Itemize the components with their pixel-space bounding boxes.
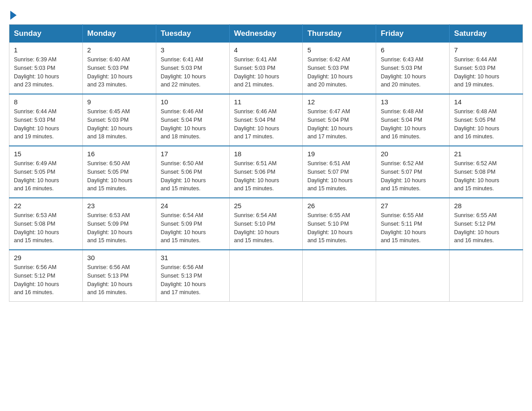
daylight-minutes: and 21 minutes.	[234, 81, 274, 88]
daylight-minutes: and 17 minutes.	[161, 289, 201, 295]
sunset-label: Sunset: 5:05 PM	[87, 169, 129, 175]
daylight-label: Daylight: 10 hours	[161, 177, 206, 184]
day-info: Sunrise: 6:45 AM Sunset: 5:03 PM Dayligh…	[87, 107, 151, 141]
day-number: 23	[87, 202, 151, 210]
week-row-2: 8 Sunrise: 6:44 AM Sunset: 5:03 PM Dayli…	[9, 94, 523, 146]
day-info: Sunrise: 6:49 AM Sunset: 5:05 PM Dayligh…	[14, 159, 78, 193]
day-number: 5	[307, 46, 371, 54]
day-cell: 7 Sunrise: 6:44 AM Sunset: 5:03 PM Dayli…	[450, 43, 523, 94]
day-info: Sunrise: 6:55 AM Sunset: 5:10 PM Dayligh…	[307, 211, 371, 245]
day-cell: 9 Sunrise: 6:45 AM Sunset: 5:03 PM Dayli…	[82, 94, 156, 146]
daylight-minutes: and 15 minutes.	[161, 185, 201, 192]
day-cell	[450, 250, 523, 302]
day-cell: 6 Sunrise: 6:43 AM Sunset: 5:03 PM Dayli…	[376, 43, 450, 94]
sunrise-label: Sunrise: 6:47 AM	[307, 108, 350, 115]
daylight-minutes: and 19 minutes.	[14, 133, 54, 140]
day-info: Sunrise: 6:52 AM Sunset: 5:08 PM Dayligh…	[454, 159, 518, 193]
daylight-label: Daylight: 10 hours	[14, 73, 59, 80]
sunset-label: Sunset: 5:04 PM	[381, 117, 422, 123]
day-cell: 23 Sunrise: 6:53 AM Sunset: 5:09 PM Dayl…	[82, 198, 156, 250]
sunset-label: Sunset: 5:06 PM	[161, 169, 202, 175]
day-cell: 13 Sunrise: 6:48 AM Sunset: 5:04 PM Dayl…	[376, 94, 450, 146]
sunrise-label: Sunrise: 6:41 AM	[161, 56, 203, 63]
daylight-label: Daylight: 10 hours	[454, 73, 499, 80]
week-row-3: 15 Sunrise: 6:49 AM Sunset: 5:05 PM Dayl…	[9, 146, 523, 198]
day-number: 13	[381, 98, 445, 106]
sunset-label: Sunset: 5:03 PM	[87, 117, 129, 123]
sunrise-label: Sunrise: 6:56 AM	[161, 264, 203, 270]
sunset-label: Sunset: 5:04 PM	[307, 117, 348, 123]
day-cell: 27 Sunrise: 6:55 AM Sunset: 5:11 PM Dayl…	[376, 198, 450, 250]
day-cell: 12 Sunrise: 6:47 AM Sunset: 5:04 PM Dayl…	[303, 94, 376, 146]
sunrise-label: Sunrise: 6:41 AM	[234, 56, 277, 63]
days-header-row: SundayMondayTuesdayWednesdayThursdayFrid…	[9, 25, 523, 43]
day-info: Sunrise: 6:52 AM Sunset: 5:07 PM Dayligh…	[381, 159, 445, 193]
sunset-label: Sunset: 5:11 PM	[381, 221, 422, 227]
daylight-minutes: and 18 minutes.	[87, 133, 127, 140]
day-info: Sunrise: 6:41 AM Sunset: 5:03 PM Dayligh…	[161, 56, 225, 89]
day-number: 14	[454, 98, 518, 106]
sunset-label: Sunset: 5:03 PM	[381, 65, 422, 71]
daylight-label: Daylight: 10 hours	[161, 125, 206, 132]
daylight-label: Daylight: 10 hours	[381, 125, 426, 132]
daylight-minutes: and 16 minutes.	[14, 185, 54, 192]
daylight-label: Daylight: 10 hours	[87, 229, 133, 235]
day-number: 25	[234, 202, 298, 210]
week-row-1: 1 Sunrise: 6:39 AM Sunset: 5:03 PM Dayli…	[9, 43, 523, 94]
day-cell: 22 Sunrise: 6:53 AM Sunset: 5:08 PM Dayl…	[9, 198, 83, 250]
daylight-label: Daylight: 10 hours	[87, 177, 133, 184]
sunset-label: Sunset: 5:03 PM	[87, 65, 129, 71]
page-header	[9, 9, 523, 20]
sunrise-label: Sunrise: 6:48 AM	[454, 108, 497, 115]
day-info: Sunrise: 6:56 AM Sunset: 5:13 PM Dayligh…	[161, 263, 225, 297]
logo	[9, 9, 17, 20]
sunset-label: Sunset: 5:04 PM	[161, 117, 202, 123]
sunrise-label: Sunrise: 6:53 AM	[87, 212, 130, 218]
daylight-minutes: and 20 minutes.	[307, 81, 347, 88]
daylight-label: Daylight: 10 hours	[14, 281, 59, 287]
daylight-label: Daylight: 10 hours	[381, 229, 426, 235]
day-cell: 25 Sunrise: 6:54 AM Sunset: 5:10 PM Dayl…	[229, 198, 303, 250]
day-cell: 14 Sunrise: 6:48 AM Sunset: 5:05 PM Dayl…	[450, 94, 523, 146]
sunrise-label: Sunrise: 6:43 AM	[381, 56, 423, 63]
day-number: 27	[381, 202, 445, 210]
daylight-minutes: and 15 minutes.	[161, 237, 201, 244]
day-info: Sunrise: 6:56 AM Sunset: 5:13 PM Dayligh…	[87, 263, 151, 297]
daylight-label: Daylight: 10 hours	[454, 177, 499, 184]
day-cell: 16 Sunrise: 6:50 AM Sunset: 5:05 PM Dayl…	[82, 146, 156, 198]
day-info: Sunrise: 6:43 AM Sunset: 5:03 PM Dayligh…	[381, 56, 445, 89]
sunrise-label: Sunrise: 6:51 AM	[234, 160, 277, 167]
daylight-minutes: and 15 minutes.	[307, 237, 347, 244]
daylight-label: Daylight: 10 hours	[161, 281, 206, 287]
sunrise-label: Sunrise: 6:54 AM	[161, 212, 203, 218]
day-number: 31	[161, 254, 225, 261]
daylight-label: Daylight: 10 hours	[307, 73, 352, 80]
day-cell: 5 Sunrise: 6:42 AM Sunset: 5:03 PM Dayli…	[303, 43, 376, 94]
day-number: 10	[161, 98, 225, 106]
day-info: Sunrise: 6:44 AM Sunset: 5:03 PM Dayligh…	[14, 107, 78, 141]
day-header-tuesday: Tuesday	[156, 25, 229, 43]
daylight-minutes: and 15 minutes.	[307, 185, 347, 192]
day-number: 18	[234, 150, 298, 158]
day-cell: 30 Sunrise: 6:56 AM Sunset: 5:13 PM Dayl…	[82, 250, 156, 302]
daylight-label: Daylight: 10 hours	[87, 125, 133, 132]
day-number: 15	[14, 150, 78, 158]
sunrise-label: Sunrise: 6:48 AM	[381, 108, 423, 115]
day-cell: 1 Sunrise: 6:39 AM Sunset: 5:03 PM Dayli…	[9, 43, 83, 94]
day-number: 1	[14, 46, 78, 54]
day-number: 24	[161, 202, 225, 210]
day-number: 21	[454, 150, 518, 158]
day-cell	[303, 250, 376, 302]
sunrise-label: Sunrise: 6:55 AM	[454, 212, 497, 218]
day-info: Sunrise: 6:46 AM Sunset: 5:04 PM Dayligh…	[234, 107, 298, 141]
daylight-minutes: and 15 minutes.	[381, 185, 420, 192]
day-info: Sunrise: 6:41 AM Sunset: 5:03 PM Dayligh…	[234, 56, 298, 89]
day-cell: 26 Sunrise: 6:55 AM Sunset: 5:10 PM Dayl…	[303, 198, 376, 250]
sunrise-label: Sunrise: 6:42 AM	[307, 56, 350, 63]
sunset-label: Sunset: 5:07 PM	[307, 169, 348, 175]
day-cell: 19 Sunrise: 6:51 AM Sunset: 5:07 PM Dayl…	[303, 146, 376, 198]
day-cell: 17 Sunrise: 6:50 AM Sunset: 5:06 PM Dayl…	[156, 146, 229, 198]
day-cell: 8 Sunrise: 6:44 AM Sunset: 5:03 PM Dayli…	[9, 94, 83, 146]
sunrise-label: Sunrise: 6:39 AM	[14, 56, 56, 63]
day-number: 7	[454, 46, 518, 54]
